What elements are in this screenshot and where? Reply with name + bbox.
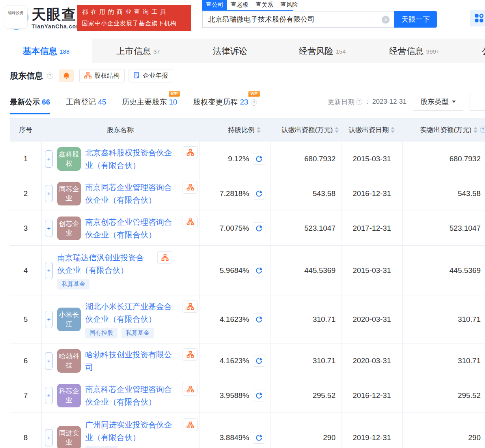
avatar: 哈勃科技 — [57, 349, 81, 373]
expand-button[interactable]: + — [45, 311, 53, 328]
search-tab-1[interactable]: 查公司 — [202, 0, 227, 10]
pie-chart-icon[interactable] — [253, 314, 265, 325]
shareholder-name-link[interactable]: 北京鑫科股权投资合伙企业（有限合伙） — [85, 146, 177, 172]
subtab-help-icon[interactable]: ? — [251, 99, 257, 106]
pie-chart-icon[interactable] — [253, 222, 265, 234]
shareholder-type-filter[interactable]: 股东类型 — [413, 93, 463, 111]
search-tab-4[interactable]: 查风险 — [277, 0, 302, 10]
subtab-count: 23 — [240, 98, 248, 106]
shareholder-cell: +同进实业广州同进实业投资合伙企业（有限合伙）私募基金 — [41, 413, 199, 448]
nav-tab-count: 37 — [153, 48, 160, 55]
expand-button[interactable]: + — [45, 150, 53, 168]
pie-chart-icon[interactable] — [253, 265, 265, 276]
shareholder-tag: 私募基金 — [57, 279, 90, 289]
subtab-4[interactable]: 股权变更历程23VIP? — [193, 97, 257, 114]
expand-button[interactable]: + — [45, 352, 53, 370]
subscribed-amount: 445.5369 — [270, 246, 341, 295]
col-header-2: 股东名称 — [41, 125, 199, 134]
promo-banner: 都在用的商业查询工具 国家中小企业发展子基金旗下机构 — [77, 5, 191, 31]
row-number: 7 — [10, 378, 41, 413]
search-tab-3[interactable]: 查关系 — [252, 0, 277, 10]
sort-icon[interactable] — [391, 127, 395, 133]
partial-filter-button[interactable] — [470, 93, 485, 111]
shareholder-cell: +创芯企业南京创芯企业管理咨询合伙企业（有限合伙） — [41, 211, 199, 245]
table-row: 3+创芯企业南京创芯企业管理咨询合伙企业（有限合伙）7.0075%523.104… — [10, 211, 485, 246]
equity-structure-icon[interactable] — [183, 181, 198, 194]
pie-chart-icon[interactable] — [253, 390, 265, 401]
pie-chart-icon[interactable] — [253, 355, 265, 367]
nav-tab-3[interactable]: 法律诉讼 — [184, 39, 276, 63]
pie-chart-icon[interactable] — [253, 432, 265, 444]
update-help-icon[interactable]: ? — [356, 99, 362, 105]
nav-tab-1[interactable]: 基本信息188 — [0, 39, 92, 63]
pie-chart-icon[interactable] — [253, 153, 265, 165]
paid-amount: 543.58 — [402, 176, 485, 211]
sort-icon[interactable] — [474, 127, 478, 133]
ratio-cell: 4.1623% — [199, 343, 270, 378]
search-tab-2[interactable]: 查老板 — [227, 0, 252, 10]
equity-structure-icon[interactable] — [183, 383, 198, 396]
banner-line1: 都在用的商业查询工具 — [82, 8, 187, 16]
section-title: 股东信息 — [10, 70, 43, 81]
tianyancha-page: 天眼查 TianYanCha.com 都在用的商业查询工具 国家中小企业发展子基… — [0, 0, 485, 448]
equity-structure-icon[interactable] — [157, 251, 172, 264]
row-number: 3 — [10, 211, 41, 245]
notification-bell-icon[interactable] — [59, 69, 74, 82]
shareholder-tag: 国有控股 — [85, 328, 118, 338]
expand-button[interactable]: + — [45, 185, 53, 202]
subtab-row: 最新公示66工商登记45历史主要股东10VIP股权变更历程23VIP? 更新日期… — [10, 89, 475, 114]
shareholder-name-link[interactable]: 南京瑞达信沨创业投资合伙企业（有限合伙） — [57, 251, 149, 276]
shareholder-name-link[interactable]: 广州同进实业投资合伙企业（有限合伙） — [85, 418, 177, 444]
shareholder-name-link[interactable]: 南京创芯企业管理咨询合伙企业（有限合伙） — [85, 216, 177, 241]
sort-icon[interactable] — [335, 127, 339, 133]
shareholder-name-link[interactable]: 南京同芯企业管理咨询合伙企业（有限合伙） — [85, 181, 177, 206]
table-row: 2+同芯企业南京同芯企业管理咨询合伙企业（有限合伙）7.2818%543.582… — [10, 176, 485, 211]
nav-tab-6[interactable]: 公司发展 — [461, 39, 485, 63]
expand-button[interactable]: + — [45, 220, 53, 237]
search-input[interactable] — [203, 11, 394, 27]
ratio-cell: 4.1623% — [199, 295, 270, 343]
shareholder-cell: +瑞峰投资·····南京瑞达信沨创业投资合伙企业（有限合伙）私募基金 — [41, 246, 199, 295]
paid-amount: 680.7932 — [402, 142, 485, 176]
equity-structure-icon[interactable] — [183, 300, 198, 313]
sort-icon[interactable] — [257, 127, 261, 133]
equity-structure-icon[interactable] — [183, 216, 198, 228]
subscribed-amount: 543.58 — [270, 176, 341, 211]
shareholder-name-link[interactable]: 哈勃科技创业投资有限公司 — [85, 348, 177, 373]
equity-structure-button[interactable]: 股权结构 — [79, 69, 125, 82]
search-button[interactable]: 天眼一下 — [394, 11, 437, 28]
col-header-5: 认缴出资日期 — [341, 125, 402, 134]
nav-tab-2[interactable]: 上市信息37 — [92, 39, 185, 63]
equity-structure-icon[interactable] — [183, 418, 198, 431]
clear-icon[interactable]: × — [382, 16, 390, 24]
pie-chart-icon[interactable] — [253, 188, 265, 200]
shareholder-section-bar: 股东信息 ? 股权结构 — [10, 67, 485, 84]
annual-report-button[interactable]: 企业年报 — [129, 69, 173, 82]
tag-list: 国有控股私募基金 — [85, 328, 199, 338]
table-header-row: 序号股东名称持股比例认缴出资额(万元)认缴出资日期实缴出资额(万元)? — [10, 118, 485, 142]
nav-tab-label: 上市信息 — [116, 45, 151, 57]
help-icon[interactable]: ? — [47, 73, 53, 79]
expand-button[interactable]: + — [45, 262, 53, 279]
apps-grid-icon[interactable] — [470, 10, 485, 26]
update-date-label: 更新日期 — [328, 97, 354, 106]
subscribed-date: 2015-03-31 — [341, 142, 402, 176]
shareholder-name-link[interactable]: 南京科芯企业管理咨询合伙企业（有限合伙） — [85, 383, 177, 408]
ratio-value: 7.0075% — [220, 224, 249, 233]
tag-list: 私募基金 — [85, 446, 199, 448]
subtab-2[interactable]: 工商登记45 — [66, 97, 106, 114]
expand-button[interactable]: + — [45, 387, 53, 404]
equity-structure-icon[interactable] — [183, 146, 198, 159]
subtab-label: 股权变更历程 — [193, 98, 238, 106]
shareholder-name-link[interactable]: 湖北小米长江产业基金合伙企业（有限合伙） — [85, 300, 177, 325]
subtab-1[interactable]: 最新公示66 — [10, 97, 50, 114]
nav-tab-5[interactable]: 经营信息999+ — [368, 39, 461, 63]
row-number: 8 — [10, 413, 41, 448]
equity-structure-icon[interactable] — [183, 348, 198, 361]
nav-tab-4[interactable]: 经营风险154 — [276, 39, 369, 63]
col-header-label: 序号 — [19, 125, 32, 134]
subtab-3[interactable]: 历史主要股东10VIP — [122, 97, 177, 114]
subscribed-amount: 310.71 — [270, 295, 341, 343]
table-help-icon[interactable]: ? — [480, 127, 485, 133]
expand-button[interactable]: + — [45, 429, 53, 446]
